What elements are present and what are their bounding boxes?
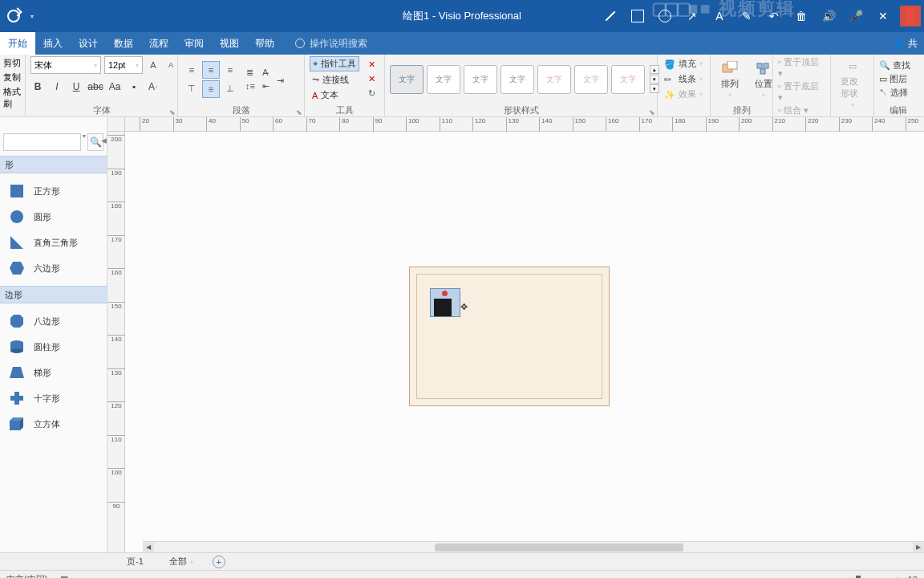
annotate-brush-icon[interactable]: ✎: [736, 6, 757, 26]
zoom-out-button[interactable]: −: [817, 575, 822, 579]
qat-caret-icon[interactable]: ▾: [30, 13, 34, 20]
tab-process[interactable]: 流程: [141, 32, 176, 55]
tab-home[interactable]: 开始: [0, 32, 35, 55]
line-button[interactable]: ✏线条▾: [663, 72, 704, 86]
annotate-text-icon[interactable]: A: [709, 6, 730, 26]
scroll-right-icon[interactable]: ▶: [913, 543, 924, 552]
connector-tool-button[interactable]: ⤳连接线: [310, 73, 359, 87]
page-tab-1[interactable]: 页-1: [120, 554, 150, 569]
layer-button[interactable]: ▭ 图层: [879, 73, 910, 85]
clear-format-button[interactable]: A̶: [261, 67, 270, 79]
shape-item-trapezoid[interactable]: 梯形: [0, 360, 107, 385]
drawing-canvas[interactable]: ✥ ◀ ▶: [125, 132, 924, 552]
shapes-section-header[interactable]: 形: [0, 156, 107, 173]
format-painter-button[interactable]: 格式刷: [2, 85, 23, 111]
shrink-font-icon[interactable]: A: [164, 58, 178, 72]
zoom-in-button[interactable]: +: [894, 575, 899, 579]
selected-shape[interactable]: [430, 288, 460, 317]
cut-button[interactable]: 剪切: [2, 56, 22, 70]
fill-button[interactable]: 🪣填充▾: [663, 57, 704, 71]
blank1-button[interactable]: [276, 71, 285, 73]
align-top-button[interactable]: ⊤: [183, 80, 201, 98]
status-macro-icon[interactable]: ▦: [60, 574, 68, 578]
annotate-arrow-icon[interactable]: ↗: [682, 6, 703, 26]
font-size-select[interactable]: 12pt▾: [104, 56, 143, 74]
scroll-thumb[interactable]: [435, 543, 683, 552]
rotation-handle-icon[interactable]: [442, 291, 448, 296]
tab-design[interactable]: 设计: [71, 32, 106, 55]
tab-review[interactable]: 审阅: [176, 32, 212, 55]
status-language[interactable]: 中文(中国): [6, 573, 47, 578]
tab-insert[interactable]: 插入: [35, 32, 71, 55]
horizontal-scrollbar[interactable]: ◀ ▶: [143, 541, 924, 552]
style-thumb[interactable]: 文字: [464, 65, 497, 94]
change-shape-button[interactable]: ▭ 更改形状▾: [836, 56, 869, 110]
align-bottom-button[interactable]: ⊥: [221, 80, 239, 98]
group-button[interactable]: ▫ 组合 ▾: [778, 104, 825, 116]
style-gallery[interactable]: 文字 文字 文字 文字 文字 文字 文字 ▴ ▾ ▾: [390, 65, 659, 94]
align-left-button[interactable]: ≡: [183, 61, 201, 79]
shape-item-cross[interactable]: 十字形: [0, 385, 107, 411]
superscript-button[interactable]: ▪: [127, 79, 141, 94]
indent-button[interactable]: ⇥: [276, 75, 285, 87]
tab-help[interactable]: 帮助: [247, 32, 282, 55]
annotate-sound-icon[interactable]: 🔊: [818, 6, 839, 26]
copy-button[interactable]: 复制: [2, 71, 22, 84]
annotate-delete-icon[interactable]: 🗑: [791, 6, 812, 26]
zoom-level[interactable]: 13: [908, 575, 918, 579]
strike-button[interactable]: abc: [88, 79, 103, 94]
page-tab-all[interactable]: 全部 ▴: [163, 554, 200, 569]
shape-item-cube[interactable]: 立方体: [0, 411, 107, 437]
underline-button[interactable]: U: [69, 79, 83, 94]
order-button[interactable]: 排列▾: [715, 59, 744, 100]
bullets-button[interactable]: ≣: [245, 67, 256, 79]
select-button[interactable]: ↖ 选择: [879, 87, 910, 99]
annotate-undo-icon[interactable]: ↶: [764, 6, 784, 26]
bring-front-button[interactable]: ▫ 置于顶层 ▾: [778, 56, 825, 79]
font-color-button[interactable]: A▾: [146, 79, 160, 94]
find-button[interactable]: 🔍 查找: [879, 59, 910, 71]
close-tool2-icon[interactable]: ✕: [365, 73, 378, 86]
shape-item-square[interactable]: 正方形: [0, 178, 107, 204]
outdent-button[interactable]: ⇤: [261, 80, 270, 92]
align-right-button[interactable]: ≡: [221, 61, 239, 79]
effect-button[interactable]: ✨效果▾: [663, 88, 704, 101]
shapes-section2[interactable]: 边形: [0, 286, 107, 303]
align-middle-button[interactable]: ≡: [202, 80, 220, 98]
grow-font-icon[interactable]: A: [146, 58, 160, 72]
annotate-pen-icon[interactable]: [600, 6, 621, 26]
style-thumb[interactable]: 文字: [537, 65, 571, 94]
add-page-button[interactable]: +: [213, 556, 225, 568]
tab-data[interactable]: 数据: [106, 32, 141, 55]
annotate-circle-icon[interactable]: [654, 6, 675, 26]
shape-item-hexagon[interactable]: 六边形: [0, 255, 107, 281]
pointer-tool-button[interactable]: ⌖指针工具: [310, 56, 359, 71]
rotate-tool-icon[interactable]: ↻: [365, 88, 378, 100]
presentation-mode-icon[interactable]: ▭: [801, 574, 809, 578]
italic-button[interactable]: I: [50, 79, 64, 94]
shape-item-circle[interactable]: 圆形: [0, 204, 107, 230]
tab-view[interactable]: 视图: [212, 32, 247, 55]
text-tool-button[interactable]: A文本: [310, 88, 359, 102]
shape-item-octagon[interactable]: 八边形: [0, 308, 107, 334]
align-center-button[interactable]: ≡: [202, 61, 220, 79]
autosave-icon[interactable]: [3, 6, 24, 26]
close-tool-icon[interactable]: ✕: [365, 59, 378, 71]
bold-button[interactable]: B: [30, 79, 45, 94]
shape-item-triangle[interactable]: 直角三角形: [0, 230, 107, 255]
annotate-close-icon[interactable]: ✕: [873, 6, 894, 26]
annotate-mic-icon[interactable]: 🎤: [845, 6, 866, 26]
scroll-left-icon[interactable]: ◀: [143, 543, 154, 552]
style-thumb[interactable]: 文字: [500, 65, 534, 94]
record-icon[interactable]: [900, 6, 921, 26]
shapes-search-input[interactable]: [3, 133, 81, 151]
share-button[interactable]: 👤 共: [893, 32, 918, 55]
shape-item-cylinder[interactable]: 圆柱形: [0, 334, 107, 360]
tell-me[interactable]: 操作说明搜索: [282, 32, 367, 55]
style-thumb[interactable]: 文字: [611, 65, 645, 94]
line-spacing-button[interactable]: ↕≡: [245, 80, 256, 92]
style-thumb[interactable]: 文字: [390, 65, 424, 94]
send-back-button[interactable]: ▫ 置于底层 ▾: [778, 80, 825, 103]
case-button[interactable]: Aa: [107, 79, 122, 94]
style-thumb[interactable]: 文字: [427, 65, 460, 94]
